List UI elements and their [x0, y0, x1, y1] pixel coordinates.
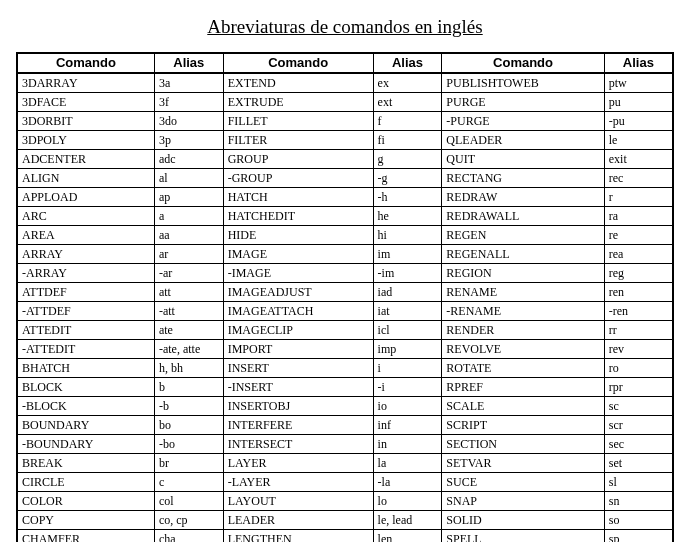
cell-comando: QLEADER: [442, 131, 604, 150]
cell-comando: -ARRAY: [17, 264, 154, 283]
cell-alias: le, lead: [373, 511, 442, 530]
cell-comando: HATCH: [223, 188, 373, 207]
cell-comando: BOUNDARY: [17, 416, 154, 435]
cell-comando: ROTATE: [442, 359, 604, 378]
cell-alias: sc: [604, 397, 673, 416]
cell-alias: ext: [373, 93, 442, 112]
header-alias-1: Alias: [154, 53, 223, 73]
cell-comando: ARRAY: [17, 245, 154, 264]
cell-alias: -att: [154, 302, 223, 321]
cell-comando: 3DARRAY: [17, 73, 154, 93]
table-row: -BLOCK-bINSERTOBJioSCALEsc: [17, 397, 673, 416]
cell-comando: INSERT: [223, 359, 373, 378]
cell-comando: FILLET: [223, 112, 373, 131]
cell-alias: cha: [154, 530, 223, 543]
cell-alias: fi: [373, 131, 442, 150]
cell-alias: -ate, atte: [154, 340, 223, 359]
cell-alias: ex: [373, 73, 442, 93]
cell-comando: IMPORT: [223, 340, 373, 359]
table-row: BLOCKb-INSERT-iRPREFrpr: [17, 378, 673, 397]
cell-comando: ALIGN: [17, 169, 154, 188]
cell-comando: INTERFERE: [223, 416, 373, 435]
cell-comando: RPREF: [442, 378, 604, 397]
cell-comando: SUCE: [442, 473, 604, 492]
cell-alias: rpr: [604, 378, 673, 397]
cell-comando: FILTER: [223, 131, 373, 150]
cell-comando: PUBLISHTOWEB: [442, 73, 604, 93]
cell-alias: so: [604, 511, 673, 530]
table-row: ALIGNal-GROUP-gRECTANGrec: [17, 169, 673, 188]
table-row: BREAKbrLAYERlaSETVARset: [17, 454, 673, 473]
cell-comando: HATCHEDIT: [223, 207, 373, 226]
table-row: CHAMFERchaLENGTHENlenSPELLsp: [17, 530, 673, 543]
table-row: ADCENTERadcGROUPgQUITexit: [17, 150, 673, 169]
cell-alias: lo: [373, 492, 442, 511]
cell-comando: SECTION: [442, 435, 604, 454]
cell-comando: LAYER: [223, 454, 373, 473]
cell-comando: BREAK: [17, 454, 154, 473]
table-row: ARRAYarIMAGEimREGENALLrea: [17, 245, 673, 264]
cell-alias: co, cp: [154, 511, 223, 530]
cell-comando: EXTRUDE: [223, 93, 373, 112]
cell-alias: br: [154, 454, 223, 473]
table-row: -BOUNDARY-boINTERSECTinSECTIONsec: [17, 435, 673, 454]
cell-comando: AREA: [17, 226, 154, 245]
cell-comando: SOLID: [442, 511, 604, 530]
cell-alias: bo: [154, 416, 223, 435]
table-row: APPLOADapHATCH-hREDRAWr: [17, 188, 673, 207]
page-title: Abreviaturas de comandos en inglés: [16, 16, 674, 38]
cell-comando: LEADER: [223, 511, 373, 530]
cell-comando: -BOUNDARY: [17, 435, 154, 454]
cell-comando: RENDER: [442, 321, 604, 340]
cell-comando: ADCENTER: [17, 150, 154, 169]
cell-alias: ptw: [604, 73, 673, 93]
cell-alias: re: [604, 226, 673, 245]
cell-alias: reg: [604, 264, 673, 283]
cell-comando: IMAGEADJUST: [223, 283, 373, 302]
cell-comando: 3DORBIT: [17, 112, 154, 131]
cell-comando: COLOR: [17, 492, 154, 511]
cell-alias: la: [373, 454, 442, 473]
cell-alias: h, bh: [154, 359, 223, 378]
table-row: BHATCHh, bhINSERTiROTATEro: [17, 359, 673, 378]
header-comando-3: Comando: [442, 53, 604, 73]
cell-comando: RENAME: [442, 283, 604, 302]
cell-alias: rev: [604, 340, 673, 359]
cell-comando: REDRAW: [442, 188, 604, 207]
cell-comando: BLOCK: [17, 378, 154, 397]
cell-comando: QUIT: [442, 150, 604, 169]
cell-comando: SCALE: [442, 397, 604, 416]
cell-alias: ren: [604, 283, 673, 302]
table-header-row: Comando Alias Comando Alias Comando Alia…: [17, 53, 673, 73]
cell-alias: ra: [604, 207, 673, 226]
cell-comando: -BLOCK: [17, 397, 154, 416]
cell-comando: REGEN: [442, 226, 604, 245]
cell-alias: rr: [604, 321, 673, 340]
cell-comando: -LAYER: [223, 473, 373, 492]
cell-alias: f: [373, 112, 442, 131]
table-row: BOUNDARYboINTERFEREinfSCRIPTscr: [17, 416, 673, 435]
cell-comando: GROUP: [223, 150, 373, 169]
cell-alias: 3do: [154, 112, 223, 131]
table-row: ATTEDITateIMAGECLIPiclRENDERrr: [17, 321, 673, 340]
cell-comando: -ATTDEF: [17, 302, 154, 321]
cell-comando: ARC: [17, 207, 154, 226]
table-row: ARCaHATCHEDITheREDRAWALLra: [17, 207, 673, 226]
cell-alias: att: [154, 283, 223, 302]
cell-alias: he: [373, 207, 442, 226]
cell-comando: SPELL: [442, 530, 604, 543]
cell-alias: iad: [373, 283, 442, 302]
table-row: COPYco, cpLEADERle, leadSOLIDso: [17, 511, 673, 530]
cell-alias: -bo: [154, 435, 223, 454]
cell-comando: SETVAR: [442, 454, 604, 473]
cell-alias: a: [154, 207, 223, 226]
cell-comando: INSERTOBJ: [223, 397, 373, 416]
cell-alias: al: [154, 169, 223, 188]
table-row: 3DFACE3fEXTRUDEextPURGEpu: [17, 93, 673, 112]
cell-alias: 3p: [154, 131, 223, 150]
cell-alias: inf: [373, 416, 442, 435]
header-alias-3: Alias: [604, 53, 673, 73]
cell-alias: len: [373, 530, 442, 543]
cell-comando: IMAGEATTACH: [223, 302, 373, 321]
cell-comando: SNAP: [442, 492, 604, 511]
